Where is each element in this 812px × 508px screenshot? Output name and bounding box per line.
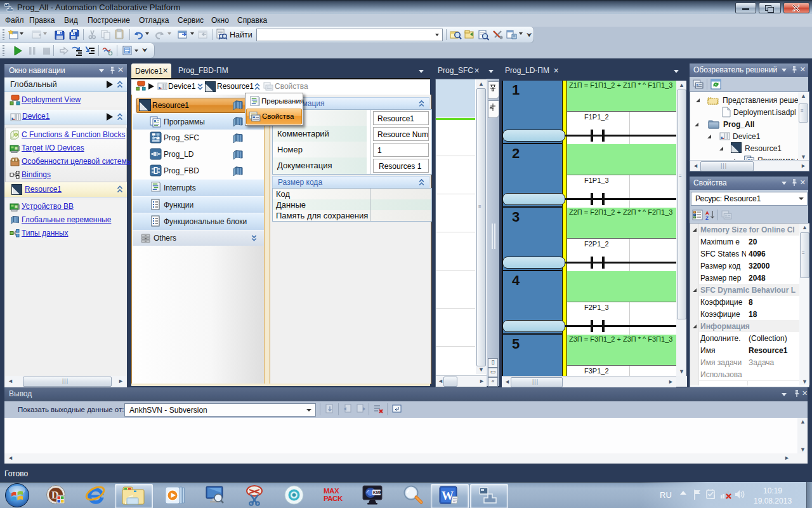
svg-text:Z: Z [705,215,709,220]
svg-text:KMP: KMP [373,490,383,495]
